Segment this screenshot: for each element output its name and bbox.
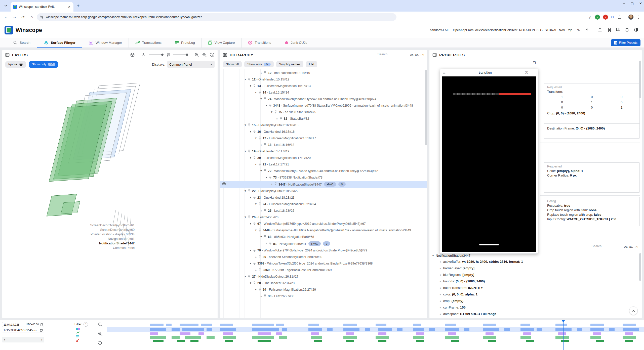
trace-entry-segment[interactable] xyxy=(486,332,494,335)
trace-entry-segment[interactable] xyxy=(346,340,354,342)
tab-close-icon[interactable]: ✕ xyxy=(67,5,71,9)
expand-arrow-icon[interactable]: ▼ xyxy=(249,248,253,252)
hierarchy-node[interactable]: ▼14 - Leaf:15:15#14 xyxy=(220,89,427,96)
expand-arrow-icon[interactable]: ▼ xyxy=(254,136,258,140)
hierarchy-node[interactable]: ▼29 - FullscreenMagnification:26:27#29 xyxy=(220,286,427,293)
pin-icon[interactable] xyxy=(258,91,263,94)
trace-entry-segment[interactable] xyxy=(180,332,190,335)
pin-icon[interactable] xyxy=(263,143,268,146)
scroll-to-top-button[interactable] xyxy=(629,307,638,315)
scroll-left-icon[interactable]: ‹ xyxy=(4,338,5,341)
timeline-track[interactable] xyxy=(107,328,644,331)
pin-icon[interactable] xyxy=(279,117,284,120)
trace-entry-segment[interactable] xyxy=(555,328,572,331)
regex-toggle[interactable]: (.*) xyxy=(421,53,424,56)
trace-entry-segment[interactable] xyxy=(365,328,370,331)
pin-icon[interactable] xyxy=(263,71,268,74)
expand-arrow-icon[interactable]: ▼ xyxy=(254,162,258,166)
hierarchy-node[interactable]: ▼13 - FullscreenMagnification:15:15#13 xyxy=(220,83,427,89)
expand-arrow-icon[interactable]: ▼ xyxy=(259,235,263,239)
trace-entry-segment[interactable] xyxy=(150,336,166,339)
download-icon[interactable] xyxy=(585,27,590,33)
edit-file-icon[interactable]: ✎ xyxy=(576,27,581,33)
address-bar[interactable]: winscope.teams.x20web.corp.google.com/pr… xyxy=(37,13,396,21)
hierarchy-node[interactable]: ▼17 - FullscreenMagnification:16:16#17 xyxy=(220,135,427,142)
trace-entry-segment[interactable] xyxy=(166,324,172,326)
timeline-tracks[interactable] xyxy=(107,320,644,350)
profile-avatar[interactable] xyxy=(628,14,634,20)
hierarchy-node[interactable]: ▼28 - OneHanded:26:31#28 xyxy=(220,280,427,286)
reset-view-icon[interactable] xyxy=(210,53,215,57)
upload-icon[interactable] xyxy=(598,27,603,33)
properties-tree-scrollbar[interactable] xyxy=(639,253,641,281)
trace-entry-segment[interactable] xyxy=(623,336,636,339)
trace-entry-segment[interactable] xyxy=(201,324,212,326)
trace-entry-segment[interactable] xyxy=(413,328,424,331)
trace-entry-segment[interactable] xyxy=(448,332,456,335)
trace-entry-segment[interactable] xyxy=(378,328,392,331)
trace-entry-segment[interactable] xyxy=(343,336,357,339)
tab-transactions[interactable]: Transactions xyxy=(129,38,168,48)
hierarchy-node[interactable]: ●25 - Leaf:18:23#25 xyxy=(220,207,427,214)
property-item[interactable]: ●activeBuffer: w: 1080, h: 2400, stride:… xyxy=(432,258,642,265)
trace-entry-segment[interactable] xyxy=(150,332,158,335)
expand-arrow-icon[interactable]: ▼ xyxy=(243,215,247,219)
pin-icon[interactable] xyxy=(263,169,268,172)
show-only-visible-toggle[interactable]: Show only V xyxy=(29,61,58,68)
expand-arrow-icon[interactable]: ▼ xyxy=(249,196,253,200)
hierarchy-node[interactable]: ▼3449 - Surface(name=885b63e NavigationB… xyxy=(220,227,427,234)
browser-menu-icon[interactable]: ⋮ xyxy=(637,15,640,19)
layer-label[interactable]: ScreenDecorOverlayBottom#61 xyxy=(90,223,135,228)
trace-entry-segment[interactable] xyxy=(416,340,424,342)
trace-entry-segment[interactable] xyxy=(625,332,633,335)
pin-icon[interactable] xyxy=(258,288,263,291)
scroll-right-icon[interactable]: › xyxy=(41,338,42,341)
pin-icon[interactable] xyxy=(253,156,257,159)
window-maximize-button[interactable]: ▢ xyxy=(631,2,634,5)
trace-entry-segment[interactable] xyxy=(252,336,273,339)
trace-entry-segment[interactable] xyxy=(625,340,633,342)
copy-icon[interactable] xyxy=(40,323,43,326)
hierarchy-node[interactable]: ▼3448 - Surface(name=ed70f88 StatusBar)/… xyxy=(220,102,427,109)
extensions-puzzle-icon[interactable] xyxy=(617,15,622,19)
hierarchy-node[interactable]: ▼79 - WindowToken{7046b4a type=2024 andr… xyxy=(220,247,427,254)
show-diff-toggle[interactable]: Show diff xyxy=(223,61,242,67)
trace-entry-segment[interactable] xyxy=(590,324,604,326)
trace-entry-segment[interactable] xyxy=(343,328,359,331)
transactions-trace-icon[interactable] xyxy=(76,331,80,334)
extension-red-icon[interactable]: » xyxy=(603,15,608,20)
hierarchy-node[interactable]: ▼73 - 8736138 NotificationShade#73 xyxy=(220,174,427,181)
extension-check-icon[interactable]: ✓ xyxy=(595,15,600,20)
pin-icon[interactable] xyxy=(253,222,257,225)
trace-entry-segment[interactable] xyxy=(445,336,459,339)
pin-icon[interactable] xyxy=(247,215,252,219)
trace-entry-segment[interactable] xyxy=(451,340,459,342)
trace-entry-segment[interactable] xyxy=(207,336,215,339)
trace-entry-segment[interactable] xyxy=(153,340,164,342)
trace-entry-segment[interactable] xyxy=(483,324,496,326)
trace-entry-segment[interactable] xyxy=(314,340,322,342)
layer-label[interactable]: PointerLocation - display 0#134 xyxy=(90,232,135,237)
expand-arrow-icon[interactable]: ▼ xyxy=(264,176,268,180)
info-icon[interactable]: ⓘ xyxy=(524,70,529,75)
trace-entry-segment[interactable] xyxy=(282,328,287,331)
back-button[interactable]: ← xyxy=(3,14,10,21)
dark-mode-toggle-icon[interactable] xyxy=(634,27,639,33)
tab-surface-flinger[interactable]: Surface Flinger xyxy=(37,38,82,48)
trace-entry-segment[interactable] xyxy=(185,336,201,339)
timeline-track[interactable] xyxy=(107,332,644,335)
ignore-rect-toggle[interactable]: Ignore xyxy=(5,61,26,68)
browser-tab[interactable]: Winscope | sandbox-FAIL ✕ xyxy=(11,2,73,12)
match-case-toggle[interactable]: Aa xyxy=(624,245,628,248)
pin-icon[interactable] xyxy=(247,275,252,278)
layer-rect[interactable] xyxy=(61,201,80,214)
zoom-out-icon[interactable] xyxy=(202,53,207,57)
pin-icon[interactable] xyxy=(263,209,268,212)
window-close-button[interactable]: ✕ xyxy=(639,2,642,5)
hierarchy-node[interactable]: ▼15 - HideDisplayCutout:16:16#15 xyxy=(220,122,427,128)
hierarchy-node[interactable]: ▼20 - FullscreenMagnification:17:17#20 xyxy=(220,155,427,161)
expand-arrow-icon[interactable]: ▼ xyxy=(254,91,258,95)
trace-entry-segment[interactable] xyxy=(523,332,531,335)
trace-entry-segment[interactable] xyxy=(308,324,319,326)
trace-entry-segment[interactable] xyxy=(177,340,185,342)
